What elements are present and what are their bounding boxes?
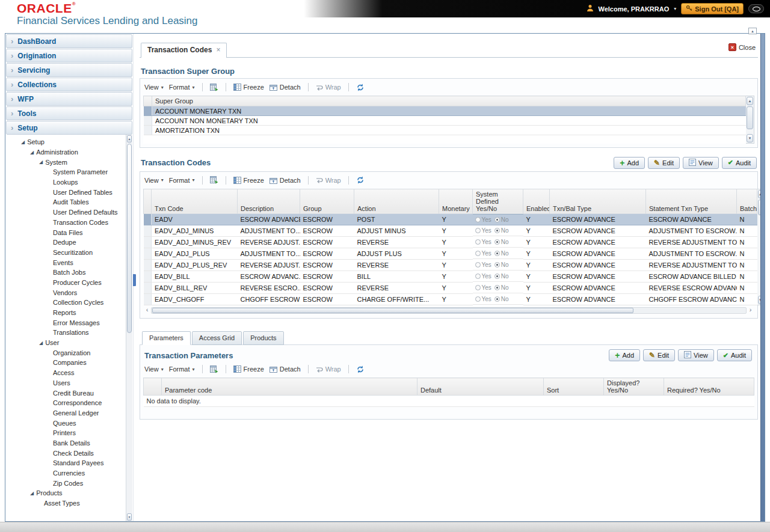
tree-item-products[interactable]: ◢Products: [21, 488, 125, 498]
add-button[interactable]: +Add: [614, 157, 645, 169]
table-row[interactable]: ACCOUNT NON MONETARY TXN: [144, 116, 746, 126]
export-to-excel-icon[interactable]: [210, 365, 218, 373]
table-row[interactable]: EADV_ADJ_PLUS_REVREVERSE ADJUST...ESCROW…: [144, 260, 757, 271]
sign-out-button[interactable]: Sign Out [QA]: [681, 3, 744, 14]
column-header-displayed-yes-no[interactable]: Displayed? Yes/No: [604, 378, 664, 396]
tree-item-setup[interactable]: ◢Setup: [21, 137, 125, 147]
scrollbar-thumb[interactable]: [747, 106, 753, 129]
tree-item-asset-types[interactable]: Asset Types: [21, 498, 125, 509]
tree-item-printers[interactable]: Printers: [21, 428, 125, 438]
format-menu-button[interactable]: Format▾: [169, 365, 195, 373]
tab-access-grid[interactable]: Access Grid: [192, 331, 242, 345]
tree-item-standard-payees[interactable]: Standard Payees: [21, 458, 125, 468]
tab-transaction-codes[interactable]: Transaction Codes ×: [141, 43, 227, 58]
sidebar-item-tools[interactable]: ›Tools: [6, 106, 132, 120]
sidebar-scrollbar[interactable]: ▲ ▼: [126, 135, 132, 521]
oracle-chip-icon[interactable]: [748, 4, 764, 13]
view-button[interactable]: View: [678, 349, 714, 361]
view-menu-button[interactable]: View▾: [144, 177, 164, 184]
view-menu-button[interactable]: View▾: [144, 365, 164, 373]
row-header-cell[interactable]: [144, 283, 152, 294]
tree-item-translations[interactable]: Translations: [21, 328, 125, 338]
scroll-top-icon[interactable]: ▲: [748, 28, 757, 34]
table-row[interactable]: AMORTIZATION TXN: [144, 126, 746, 135]
table-row[interactable]: EADV_BILLESCROW ADVANC...ESCROWBILLYYesN…: [144, 271, 757, 283]
close-button[interactable]: × Close: [728, 43, 756, 51]
tab-close-icon[interactable]: ×: [216, 46, 220, 54]
column-header-required-yes-no[interactable]: Required? Yes/No: [664, 378, 754, 396]
tab-products[interactable]: Products: [243, 331, 283, 345]
tree-item-reports[interactable]: Reports: [21, 308, 125, 318]
tree-item-currencies[interactable]: Currencies: [21, 468, 125, 478]
row-header-cell[interactable]: [144, 260, 152, 271]
expanded-node-icon[interactable]: ◢: [39, 340, 43, 346]
column-header-monetary[interactable]: Monetary: [439, 189, 473, 213]
tree-item-companies[interactable]: Companies: [21, 358, 125, 368]
table-row[interactable]: ACCOUNT MONETARY TXN: [144, 106, 746, 116]
scroll-right-icon[interactable]: ›: [747, 307, 754, 314]
sidebar-item-origination[interactable]: ›Origination: [6, 49, 132, 63]
tree-item-administration[interactable]: ◢Administration: [21, 147, 125, 157]
edit-button[interactable]: ✎Edit: [643, 349, 675, 361]
edit-button[interactable]: ✎Edit: [648, 157, 680, 169]
tree-item-correspondence[interactable]: Correspondence: [21, 398, 125, 408]
wrap-button[interactable]: Wrap: [316, 365, 341, 373]
horizontal-scrollbar[interactable]: ‹ ›: [143, 307, 754, 314]
wrap-button[interactable]: Wrap: [316, 84, 341, 91]
detach-button[interactable]: Detach: [270, 177, 301, 184]
add-button[interactable]: +Add: [609, 349, 640, 361]
column-header-batch[interactable]: Batch: [737, 189, 757, 213]
tree-item-batch-jobs[interactable]: Batch Jobs: [21, 268, 125, 278]
freeze-button[interactable]: Freeze: [233, 84, 264, 91]
scroll-up-icon[interactable]: ▲: [758, 190, 760, 198]
freeze-button[interactable]: Freeze: [233, 177, 264, 184]
tree-item-producer-cycles[interactable]: Producer Cycles: [21, 278, 125, 288]
tree-item-access[interactable]: Access: [21, 368, 125, 378]
tree-item-credit-bureau[interactable]: Credit Bureau: [21, 388, 125, 398]
export-to-excel-icon[interactable]: [210, 176, 218, 184]
detach-button[interactable]: Detach: [270, 365, 301, 373]
scroll-down-icon[interactable]: ▼: [747, 134, 753, 142]
row-header-cell[interactable]: [144, 248, 152, 260]
column-header-statement-txn-type[interactable]: Statement Txn Type: [646, 189, 737, 213]
tree-item-check-details[interactable]: Check Details: [21, 448, 125, 458]
table-row[interactable]: EADV_ADJ_MINUS_REVREVERSE ADJUST...ESCRO…: [144, 237, 757, 248]
tree-item-user-defined-defaults[interactable]: User Defined Defaults: [21, 207, 125, 218]
tree-item-general-ledger[interactable]: General Ledger: [21, 408, 125, 418]
tab-parameters[interactable]: Parameters: [142, 331, 191, 345]
tree-item-user[interactable]: ◢User: [21, 338, 125, 348]
column-header-action[interactable]: Action: [354, 189, 439, 213]
row-header-cell[interactable]: [144, 294, 152, 305]
table-row[interactable]: EADVESCROW ADVANCEESCROWPOSTYYesNoYESCRO…: [144, 213, 757, 225]
sidebar-item-wfp[interactable]: ›WFP: [6, 92, 132, 106]
page-scrollbar[interactable]: [760, 34, 765, 521]
row-header-cell[interactable]: [144, 213, 152, 225]
freeze-button[interactable]: Freeze: [233, 365, 264, 373]
detach-button[interactable]: Detach: [270, 84, 301, 91]
tree-item-lookups[interactable]: Lookups: [21, 177, 125, 188]
format-menu-button[interactable]: Format▾: [169, 177, 195, 184]
column-header-txn-bal-type[interactable]: Txn/Bal Type: [550, 189, 646, 213]
tree-item-users[interactable]: Users: [21, 378, 125, 388]
tree-item-dedupe[interactable]: Dedupe: [21, 237, 125, 248]
tree-item-system[interactable]: ◢System: [21, 157, 125, 167]
column-header-sort[interactable]: Sort: [544, 378, 604, 396]
vertical-scrollbar[interactable]: ▲ ▼: [746, 96, 754, 144]
view-button[interactable]: View: [683, 157, 719, 169]
row-header-cell[interactable]: [144, 126, 152, 135]
user-menu-caret-icon[interactable]: ▾: [674, 6, 676, 11]
column-header-default[interactable]: Default: [417, 378, 544, 396]
sidebar-item-setup[interactable]: ›Setup: [6, 121, 132, 135]
tree-item-system-parameter[interactable]: System Parameter: [21, 167, 125, 177]
expanded-node-icon[interactable]: ◢: [30, 491, 34, 496]
refresh-icon[interactable]: [356, 176, 365, 184]
row-header-cell[interactable]: [144, 116, 152, 126]
refresh-icon[interactable]: [356, 365, 365, 373]
vertical-scrollbar[interactable]: ▲ ▼: [757, 189, 760, 306]
tree-item-audit-tables[interactable]: Audit Tables: [21, 197, 125, 207]
tree-item-error-messages[interactable]: Error Messages: [21, 317, 125, 328]
expanded-node-icon[interactable]: ◢: [30, 150, 34, 155]
sidebar-item-dashboard[interactable]: ›DashBoard: [6, 34, 132, 48]
tree-item-collection-cycles[interactable]: Collection Cycles: [21, 298, 125, 308]
row-header-cell[interactable]: [144, 237, 152, 248]
